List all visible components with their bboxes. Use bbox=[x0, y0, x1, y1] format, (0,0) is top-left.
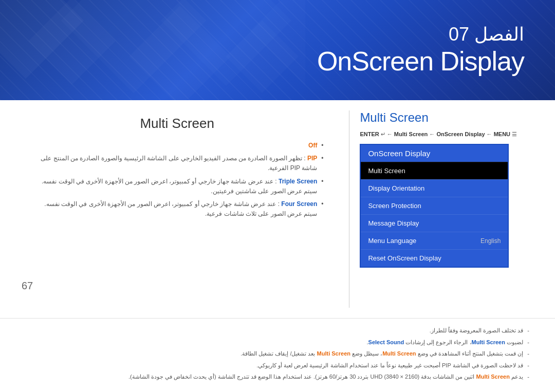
bullet-list: Off PIP : تظهر الصورة الصادرة من مصدر ال… bbox=[31, 141, 323, 219]
right-panel-title: Multi Screen bbox=[360, 110, 540, 125]
triple-text: : عند عرض شاشة جهاز خارجي أو كمبيوتر، اع… bbox=[42, 178, 317, 195]
enter-icon: ↵ bbox=[381, 131, 387, 137]
menu-item-multiscreen-label: Multi Screen bbox=[368, 167, 405, 175]
decorative-diamonds bbox=[0, 0, 305, 100]
pip-text: : تظهر الصورة الصادرة من مصدر الفيديو ال… bbox=[41, 155, 317, 172]
menu-item-menu-language[interactable]: Menu Language English bbox=[361, 232, 508, 249]
menu-icon: ☰ bbox=[512, 131, 517, 137]
bullet-triple: Triple Screen : عند عرض شاشة جهاز خارجي … bbox=[31, 177, 323, 196]
left-panel: Multi Screen Off PIP : تظهر الصورة الصاد… bbox=[0, 100, 349, 318]
chapter-label: الفصل 07 bbox=[317, 23, 524, 45]
header-text: الفصل 07 OnScreen Display bbox=[317, 23, 524, 78]
note-3: إن قمت بتشغيل المنتج أثناء المشاهدة في و… bbox=[26, 349, 529, 359]
middle-section: Multi Screen Off PIP : تظهر الصورة الصاد… bbox=[0, 100, 555, 318]
menu-item-screen-protection[interactable]: Screen Protection bbox=[361, 197, 508, 214]
keyword-off: Off bbox=[308, 142, 317, 149]
menu-item-menu-language-label: Menu Language bbox=[368, 237, 416, 245]
page-number: 67 bbox=[22, 280, 33, 292]
menu-item-message-display-label: Message Display bbox=[368, 219, 419, 227]
note-5-multiscreen: Multi Screen bbox=[476, 374, 510, 380]
nav-breadcrumb: ENTER ↵ ← Multi Screen ← OnScreen Displa… bbox=[360, 131, 540, 138]
page-title: OnScreen Display bbox=[317, 45, 524, 77]
breadcrumb-osd: OnScreen Display bbox=[436, 131, 485, 137]
osd-menu-box: OnScreen Display Multi Screen Display Or… bbox=[360, 144, 509, 268]
arrow-1: ← bbox=[387, 131, 394, 137]
note-2-selectsound: Select Sound bbox=[368, 339, 404, 345]
menu-item-display-orientation[interactable]: Display Orientation bbox=[361, 179, 508, 197]
page-wrapper: الفصل 07 OnScreen Display Multi Screen O… bbox=[0, 0, 555, 392]
note-3-multiscreen2: Multi Screen bbox=[317, 350, 350, 357]
keyword-triple: Triple Screen bbox=[279, 178, 317, 185]
note-5: يدعم Multi Screen اثنين من الشاشات بدقة … bbox=[26, 372, 529, 382]
menu-item-multiscreen[interactable]: Multi Screen bbox=[361, 162, 508, 179]
breadcrumb-multiscreen: Multi Screen bbox=[394, 131, 428, 137]
arrow-3: ← bbox=[487, 131, 494, 137]
header-banner: الفصل 07 OnScreen Display bbox=[0, 0, 555, 100]
bullet-four: Four Screen : عند عرض شاشة جهاز خارجي أو… bbox=[31, 199, 323, 219]
note-4: قد لاحظت الصورة في الشاشة PIP أصبحت غير … bbox=[26, 361, 529, 370]
arrow-2: ← bbox=[429, 131, 436, 137]
menu-item-reset-osd[interactable]: Reset OnScreen Display bbox=[361, 249, 508, 267]
right-panel: Multi Screen ENTER ↵ ← Multi Screen ← On… bbox=[349, 100, 555, 318]
note-2: لضبوت Multi Screen، الرجاء الرجوع إلى إر… bbox=[26, 338, 529, 347]
menu-item-screen-protection-label: Screen Protection bbox=[368, 202, 421, 210]
menu-item-message-display[interactable]: Message Display bbox=[361, 214, 508, 232]
osd-menu-header: OnScreen Display bbox=[361, 145, 508, 162]
bullet-off: Off bbox=[31, 141, 323, 151]
keyword-pip: PIP bbox=[307, 155, 317, 162]
left-panel-title: Multi Screen bbox=[31, 116, 323, 132]
note-1: قد تختلف الصورة المعروضة وفقاً للطراز. bbox=[26, 326, 529, 335]
menu-item-menu-language-value: English bbox=[480, 237, 501, 245]
note-3-multiscreen1: Multi Screen bbox=[382, 350, 416, 357]
menu-item-display-orientation-label: Display Orientation bbox=[368, 184, 424, 192]
breadcrumb-menu: MENU bbox=[494, 131, 510, 137]
menu-item-reset-osd-label: Reset OnScreen Display bbox=[368, 254, 441, 262]
bullet-pip: PIP : تظهر الصورة الصادرة من مصدر الفيدي… bbox=[31, 154, 323, 173]
keyword-four: Four Screen bbox=[281, 200, 317, 208]
enter-label: ENTER bbox=[360, 131, 379, 137]
note-2-multiscreen: Multi Screen bbox=[472, 339, 505, 345]
bottom-notes: قد تختلف الصورة المعروضة وفقاً للطراز. ل… bbox=[0, 318, 555, 392]
four-text: : عند عرض شاشة جهاز خارجي أو كمبيوتر، اع… bbox=[44, 200, 317, 217]
